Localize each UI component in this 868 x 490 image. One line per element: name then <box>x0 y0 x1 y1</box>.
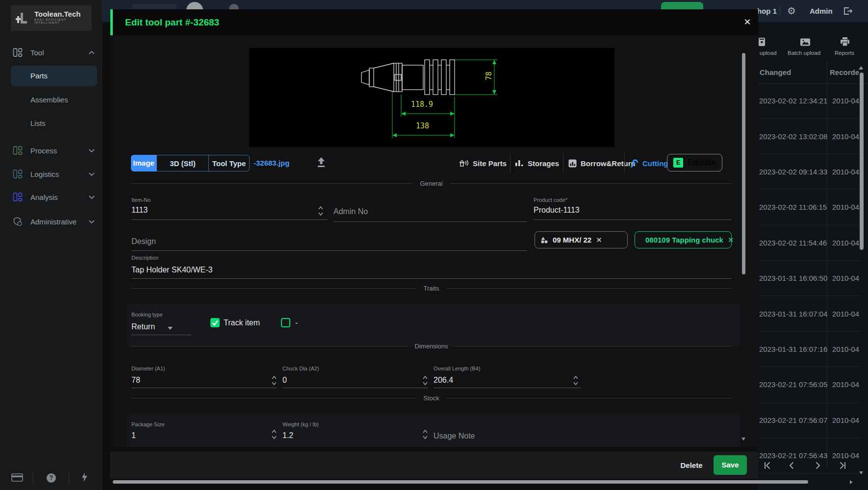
image-filename[interactable]: -32683.jpg <box>254 155 289 172</box>
close-icon[interactable]: ✕ <box>741 16 754 28</box>
shop-label[interactable]: hop 1 <box>757 0 777 22</box>
package-size-stepper[interactable] <box>271 429 277 442</box>
analysis-grid-icon <box>13 192 23 202</box>
item-no-field[interactable]: 1113 <box>131 206 148 215</box>
sidebar-item-lists[interactable]: Lists <box>0 114 46 133</box>
borrow-return-button[interactable]: Borrow&Return <box>568 155 636 172</box>
prev-page-button[interactable] <box>785 458 799 473</box>
diameter-field[interactable]: 78 <box>131 376 140 385</box>
table-row[interactable]: 2023-02-02 11:06:152010-04 <box>758 190 861 225</box>
cutting-button[interactable]: Cutting <box>630 155 668 172</box>
scroll-up-icon[interactable] <box>859 66 863 69</box>
chuck-dia-field[interactable]: 0 <box>282 376 287 385</box>
horizontal-scrollbar[interactable] <box>113 480 808 484</box>
sidebar-item-logistics[interactable]: Logistics <box>0 164 102 184</box>
cell-recorded: 2010-04 <box>829 168 859 176</box>
weight-field[interactable]: 1.2 <box>282 431 293 440</box>
dropdown-caret-icon[interactable] <box>168 327 173 330</box>
lightning-icon[interactable] <box>81 472 88 485</box>
table-row[interactable]: 2023-02-02 09:14:332010-04 <box>758 154 861 190</box>
usage-note-field[interactable]: Usage Note <box>434 432 475 441</box>
tool-drawing-image[interactable]: 118.9 138 78 <box>249 48 614 147</box>
wrench-icon <box>630 159 638 168</box>
chip-remove-icon[interactable]: ✕ <box>596 236 602 245</box>
table-row[interactable]: 2023-02-02 13:02:082010-04 <box>758 119 861 154</box>
sidebar-item-assemblies[interactable]: Assemblies <box>0 90 68 110</box>
cell-changed: 2023-02-02 13:02:08 <box>758 132 829 141</box>
extra-checkbox[interactable] <box>281 318 290 327</box>
table-row[interactable]: 2023-02-02 11:54:462010-04 <box>758 225 861 261</box>
overall-length-stepper[interactable] <box>573 375 579 389</box>
save-button[interactable]: Save <box>714 455 747 475</box>
tool-grid-icon <box>13 48 23 57</box>
cell-changed: 2023-02-21 07:56:07 <box>758 416 829 424</box>
sidebar-item-administrative[interactable]: Administrative <box>0 212 102 231</box>
site-parts-button[interactable]: Site Parts <box>460 155 507 172</box>
design-field[interactable]: Design <box>131 237 156 246</box>
column-header-recorded[interactable]: Recorde <box>830 68 859 76</box>
sidebar-item-analysis[interactable]: Analysis <box>0 187 102 207</box>
admin-no-field[interactable]: Admin No <box>333 207 368 216</box>
last-page-button[interactable] <box>835 458 850 473</box>
dialog-scroll-down-icon[interactable] <box>741 438 745 441</box>
scroll-right-icon[interactable] <box>850 480 853 484</box>
cutting-label: Cutting <box>642 159 668 168</box>
table-row[interactable]: 2023-01-31 16:06:502010-04 <box>758 261 861 296</box>
first-page-button[interactable] <box>760 458 775 473</box>
batch-upload-button[interactable]: Batch upload <box>788 50 820 56</box>
user-label[interactable]: Admin <box>810 0 833 22</box>
package-size-field[interactable]: 1 <box>131 431 136 440</box>
chip-remove-icon[interactable]: ✕ <box>728 236 734 245</box>
description-field[interactable]: Tap Holder SK40/WE-3 <box>131 266 212 274</box>
storages-button[interactable]: Storages <box>515 155 559 172</box>
product-code-field[interactable]: Product-1113 <box>534 206 580 215</box>
diameter-stepper[interactable] <box>271 375 277 389</box>
sidebar-item-process[interactable]: Process <box>0 141 102 160</box>
tool-class-chip[interactable]: 080109 Tapping chuck ✕ <box>635 231 732 248</box>
package-size-label: Package Size <box>131 421 164 427</box>
keyboard-card-icon[interactable] <box>11 473 23 484</box>
logout-icon[interactable] <box>843 7 854 17</box>
category-chip[interactable]: 09 MHX/ 22 ✕ <box>535 231 628 248</box>
printer-icon[interactable] <box>840 37 850 49</box>
table-row[interactable]: 2023-02-21 07:56:072010-04 <box>758 403 861 438</box>
table-row[interactable]: 2023-01-31 16:07:162010-04 <box>758 332 861 367</box>
track-item-checkbox[interactable] <box>210 318 220 327</box>
tab-3d-stl[interactable]: 3D (Stl) <box>156 155 209 172</box>
table-row[interactable]: 2023-02-21 07:56:052010-04 <box>758 367 861 402</box>
scroll-down-icon[interactable] <box>859 471 863 474</box>
help-icon[interactable]: ? <box>47 473 56 483</box>
sidebar-item-parts[interactable]: Parts <box>11 66 97 86</box>
tab-image[interactable]: Image <box>131 155 156 172</box>
vertical-scrollbar[interactable] <box>860 73 864 250</box>
dialog-scrollbar[interactable] <box>742 53 745 274</box>
sidebar-item-label: Analysis <box>30 193 81 201</box>
single-upload-icon[interactable] <box>759 37 766 49</box>
tab-tool-type[interactable]: Tool Type <box>208 155 250 172</box>
cell-recorded: 2010-04 <box>829 132 859 141</box>
single-upload-button[interactable]: upload <box>760 50 777 56</box>
batch-upload-icon[interactable] <box>800 38 811 48</box>
column-header-changed[interactable]: Changed <box>760 68 791 76</box>
item-no-stepper[interactable] <box>318 205 324 219</box>
editable-toggle[interactable]: E Editable <box>667 154 722 172</box>
table-row[interactable]: 2023-01-31 16:07:042010-04 <box>758 296 861 331</box>
description-label: Description <box>131 255 158 261</box>
create-button-partial[interactable] <box>661 2 703 9</box>
page-title-partial <box>132 4 177 9</box>
upload-icon[interactable] <box>316 156 326 170</box>
weight-stepper[interactable] <box>422 429 428 442</box>
chuck-dia-stepper[interactable] <box>422 375 428 389</box>
booking-type-select[interactable]: Return <box>131 322 155 331</box>
reports-button[interactable]: Reports <box>835 50 854 56</box>
sidebar-item-tool[interactable]: Tool <box>0 43 102 62</box>
gear-icon[interactable]: ⚙ <box>787 5 796 16</box>
brand-logo[interactable]: Toolean.Tech EASY EFFICIENT INTELLIGENT <box>11 5 92 31</box>
delete-button[interactable]: Delete <box>672 452 711 479</box>
table-row[interactable]: 2023-02-02 12:34:212010-04 <box>758 83 861 119</box>
next-page-button[interactable] <box>810 458 825 473</box>
overall-length-field[interactable]: 206.4 <box>434 376 453 385</box>
cell-changed: 2023-02-02 11:06:15 <box>758 203 829 211</box>
section-label: General <box>420 180 442 187</box>
cell-recorded: 2010-04 <box>829 310 859 318</box>
